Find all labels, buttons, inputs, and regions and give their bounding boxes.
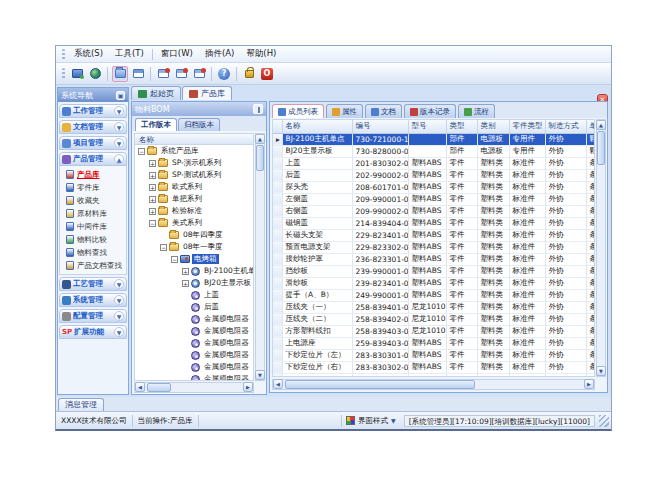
tree-vscroll-thumb[interactable] — [256, 145, 264, 171]
doc-tab-产品库[interactable]: 产品库 — [182, 86, 232, 100]
menu-item[interactable]: 插件(A) — [199, 47, 240, 61]
expand-icon[interactable]: + — [149, 172, 156, 179]
tree-item[interactable]: +SP-演示机系列 — [135, 157, 253, 169]
expand-icon[interactable]: + — [182, 280, 189, 287]
table-row[interactable]: 探头壳208-601701-01X塑料ABS零件塑料类标准件外协条 — [273, 181, 595, 193]
interface-style-dropdown[interactable]: 界面样式 ▼ — [341, 415, 400, 427]
detail-tab-版本记录[interactable]: 版本记录 — [404, 104, 456, 118]
close-other-windows-icon[interactable] — [191, 66, 207, 82]
column-header-名称[interactable]: 名称 — [282, 120, 352, 133]
column-header-制造方式[interactable]: 制造方式 — [545, 120, 586, 133]
sidebar-panel-header[interactable]: 配置管理▼ — [59, 309, 127, 323]
menubar-grip-handle[interactable] — [62, 49, 65, 60]
tree-item[interactable]: +欧式系列 — [135, 181, 253, 193]
lock-icon[interactable] — [241, 66, 257, 82]
exit-icon[interactable]: O — [259, 66, 275, 82]
message-management-tab[interactable]: 消息管理 — [58, 398, 104, 411]
sidebar-item-零件库[interactable]: 零件库 — [60, 181, 126, 194]
column-header-编号[interactable]: 编号 — [352, 120, 408, 133]
tree-horizontal-scrollbar[interactable]: ◀ ▶ — [134, 382, 254, 393]
tree-item[interactable]: 金属膜电阻器 — [135, 373, 253, 381]
tree-item[interactable]: −系统产品库 — [135, 145, 253, 157]
scroll-up-icon[interactable]: ▲ — [255, 134, 265, 144]
table-row[interactable]: BJ20主显示板730-828000-04X部件电源板专用件外协颗 — [273, 145, 595, 157]
tree-item[interactable]: +SP-测试机系列 — [135, 169, 253, 181]
system-monitor-icon[interactable] — [69, 66, 85, 82]
table-vscroll-thumb[interactable] — [597, 131, 605, 165]
collapse-icon[interactable]: − — [149, 220, 156, 227]
table-row[interactable]: 下纱定位片（左）283-830301-00X塑料ABS零件塑料类标准件外协条 — [273, 349, 595, 361]
resize-grip[interactable] — [599, 415, 609, 427]
close-all-windows-icon[interactable] — [173, 66, 189, 82]
table-row[interactable]: 右侧盖209-990002-01X塑料ABS零件塑料类标准件外协条 — [273, 205, 595, 217]
tree-item[interactable]: −美式系列 — [135, 217, 253, 229]
tree-item[interactable]: 金属膜电阻器 — [135, 349, 253, 361]
chevron-up-icon[interactable]: ▲ — [114, 154, 124, 164]
doc-tab-起始页[interactable]: 起始页 — [131, 86, 181, 100]
table-row[interactable]: 左侧盖209-990001-01X塑料ABS零件塑料类标准件外协条 — [273, 193, 595, 205]
column-header-零件类型[interactable]: 零件类型 — [509, 120, 545, 133]
sidebar-panel-header[interactable]: SP扩展功能▼ — [59, 325, 127, 339]
close-window-icon[interactable] — [155, 66, 171, 82]
chevron-down-icon[interactable]: ▼ — [114, 327, 124, 337]
scroll-up-icon[interactable]: ▲ — [596, 120, 606, 130]
table-row[interactable]: 滑纱板239-823401-00X塑料ABS零件塑料类标准件外协条 — [273, 277, 595, 289]
table-row[interactable] — [273, 373, 595, 377]
collapse-icon[interactable]: − — [171, 256, 178, 263]
detail-tab-成员列表[interactable]: 成员列表 — [272, 104, 324, 118]
sidebar-panel-header[interactable]: 文档管理▼ — [59, 120, 127, 134]
table-row[interactable]: 后盖202-990002-01X塑料ABS零件塑料类标准件外协条 — [273, 169, 595, 181]
toolbar-grip-handle[interactable] — [62, 68, 65, 79]
sidebar-collapse-icon[interactable]: ▣ — [116, 91, 125, 100]
sidebar-panel-header[interactable]: 工艺管理▼ — [59, 277, 127, 291]
sidebar-item-产品库[interactable]: 产品库 — [60, 168, 126, 181]
table-row[interactable]: 压线夹（二）258-839402-00X尼龙1010零件塑料类标准件外协条 — [273, 313, 595, 325]
tree-item[interactable]: 上盖 — [135, 289, 253, 301]
scroll-left-icon[interactable]: ◀ — [273, 379, 283, 389]
table-row[interactable]: 上盖201-830302-00X塑料ABS零件塑料类标准件外协条 — [273, 157, 595, 169]
column-header-类别[interactable]: 类别 — [477, 120, 509, 133]
collapse-icon[interactable]: − — [138, 148, 145, 155]
sidebar-panel-header[interactable]: 工作管理▼ — [59, 104, 127, 118]
chevron-down-icon[interactable]: ▼ — [114, 122, 124, 132]
tree-item[interactable]: 金属膜电阻器 — [135, 325, 253, 337]
sidebar-item-收藏夹[interactable]: 收藏夹 — [60, 194, 126, 207]
table-hscroll-thumb[interactable] — [285, 380, 475, 389]
chevron-down-icon[interactable]: ▼ — [114, 295, 124, 305]
table-row[interactable]: 长磁头支架229-823401-00X塑料ABS零件塑料类标准件外协条 — [273, 229, 595, 241]
expand-icon[interactable]: + — [182, 268, 189, 275]
table-vertical-scrollbar[interactable]: ▲ ▼ — [596, 119, 606, 377]
expand-icon[interactable]: + — [149, 208, 156, 215]
tree-item[interactable]: 金属膜电阻器 — [135, 313, 253, 325]
tree-item[interactable]: +BJ20主显示板 — [135, 277, 253, 289]
sidebar-panel-header[interactable]: 系统管理▼ — [59, 293, 127, 307]
sidebar-item-原材料库[interactable]: 原材料库 — [60, 207, 126, 220]
sidebar-panel-header[interactable]: 产品管理▲ — [59, 152, 127, 166]
tree-item[interactable]: 后盖 — [135, 301, 253, 313]
tree-item[interactable]: +单把系列 — [135, 193, 253, 205]
chevron-down-icon[interactable]: ▼ — [114, 138, 124, 148]
window-layout-icon[interactable] — [130, 66, 146, 82]
column-header-型号[interactable]: 型号 — [408, 120, 446, 133]
tree-item[interactable]: −电烤箱 — [135, 253, 253, 265]
open-library-folder-icon[interactable] — [112, 66, 128, 82]
table-row[interactable]: 接纱轮护罩236-823301-00X塑料ABS零件塑料类标准件外协条 — [273, 253, 595, 265]
tree-item[interactable]: +BJ-2100主机单点 — [135, 265, 253, 277]
expand-icon[interactable]: + — [149, 184, 156, 191]
menu-item[interactable]: 帮助(H) — [240, 47, 282, 61]
table-row[interactable]: 下纱定位片（右）283-830302-00X塑料ABS零件塑料类标准件外协条 — [273, 361, 595, 373]
tree-item[interactable]: −08年一季度 — [135, 241, 253, 253]
tree-item[interactable]: 金属膜电阻器 — [135, 361, 253, 373]
tree-item[interactable]: 金属膜电阻器 — [135, 337, 253, 349]
chevron-down-icon[interactable]: ▼ — [114, 279, 124, 289]
chevron-down-icon[interactable]: ▼ — [114, 311, 124, 321]
bom-tab-归档版本[interactable]: 归档版本 — [178, 118, 220, 131]
table-row[interactable]: 提手（A、B）249-990001-01X塑料ABS零件塑料类标准件外协条 — [273, 289, 595, 301]
menu-item[interactable]: 窗口(W) — [155, 47, 199, 61]
scroll-left-icon[interactable]: ◀ — [135, 382, 145, 392]
detail-tab-流程[interactable]: 流程 — [458, 104, 495, 118]
scroll-down-icon[interactable]: ▼ — [596, 366, 606, 376]
scroll-down-icon[interactable]: ▼ — [255, 370, 265, 380]
detail-tab-文档[interactable]: 文档 — [365, 104, 402, 118]
detail-tab-属性[interactable]: 属性 — [326, 104, 363, 118]
